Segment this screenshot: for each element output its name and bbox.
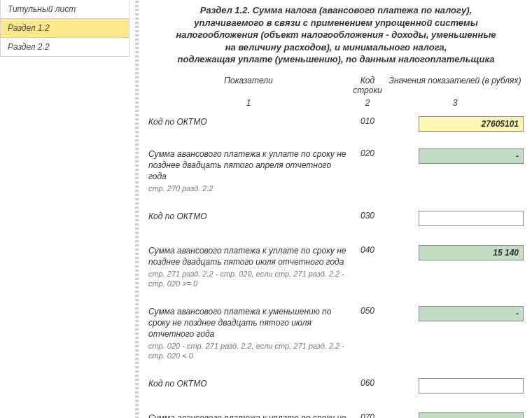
value-field-050[interactable]: - <box>419 306 524 321</box>
title-line: подлежащая уплате (уменьшению), по данны… <box>178 54 495 64</box>
value-field-oktmo-010[interactable]: 27605101 <box>419 116 524 132</box>
col-header-indicator: Показатели <box>147 73 350 98</box>
col-num: 3 <box>385 98 525 113</box>
indicator-text: Код по ОКТМО <box>148 378 349 389</box>
indicator-sub: стр. 270 разд. 2.2 <box>148 183 349 193</box>
row-code: 070 <box>350 410 385 418</box>
table-row: Сумма авансового платежа к уплате по сро… <box>147 410 525 418</box>
indicator-sub: стр. 271 разд. 2.2 - стр. 020, если стр.… <box>148 269 349 289</box>
title-line: Раздел 1.2. Сумма налога (авансового пла… <box>200 5 472 15</box>
table-row: Сумма авансового платежа к уплате по сро… <box>147 242 525 292</box>
indicator-text: Сумма авансового платежа к уплате по сро… <box>148 412 349 418</box>
col-header-value: Значения показателей (в рублях) <box>385 73 525 98</box>
row-code: 010 <box>350 113 385 134</box>
indicator-text: Код по ОКТМО <box>148 116 349 127</box>
sidebar-item-label: Раздел 1.2 <box>8 23 50 33</box>
indicator-text: Сумма авансового платежа к уплате по сро… <box>148 245 349 267</box>
table-header-numbers: 1 2 3 <box>147 98 525 113</box>
sidebar-item-title-page[interactable]: Титульный лист <box>0 0 130 19</box>
indicator-text: Сумма авансового платежа к уменьшению по… <box>148 306 349 340</box>
value-field-070[interactable]: - <box>419 412 524 418</box>
sidebar-item-section-1-2[interactable]: Раздел 1.2 <box>0 18 130 38</box>
row-code: 050 <box>350 303 385 364</box>
row-code: 030 <box>350 208 385 231</box>
sidebar-item-label: Раздел 2.2 <box>8 42 50 52</box>
row-code: 040 <box>350 242 385 292</box>
indicator-text: Сумма авансового платежа к уплате по сро… <box>148 148 349 183</box>
value-field-oktmo-030[interactable] <box>419 211 524 226</box>
value-field-oktmo-060[interactable] <box>419 378 524 393</box>
table-row: Код по ОКТМО 030 <box>147 208 525 231</box>
table-row: Код по ОКТМО 010 27605101 <box>147 113 525 134</box>
row-code: 020 <box>350 146 385 197</box>
main-content: Раздел 1.2. Сумма налога (авансового пла… <box>144 0 532 418</box>
table-row: Код по ОКТМО 060 <box>147 375 525 398</box>
value-field-020[interactable]: - <box>419 148 524 164</box>
indicator-sub: стр. 020 - стр. 271 разд. 2.2, если стр.… <box>148 341 349 361</box>
table-row: Сумма авансового платежа к уменьшению по… <box>147 303 525 364</box>
value-field-040[interactable]: 15 140 <box>419 245 524 260</box>
col-num: 1 <box>147 98 350 113</box>
table-row: Сумма авансового платежа к уплате по сро… <box>147 146 525 197</box>
indicator-text: Код по ОКТМО <box>148 211 349 222</box>
title-line: уплачиваемого в связи с применением упро… <box>194 18 478 28</box>
sidebar-item-label: Титульный лист <box>8 4 76 14</box>
table-header: Показатели Код строки Значения показател… <box>147 73 525 98</box>
col-num: 2 <box>350 98 385 113</box>
title-line: на величину расходов), и минимального на… <box>225 42 447 53</box>
vertical-divider <box>135 0 139 418</box>
row-code: 060 <box>350 375 385 398</box>
sidebar: Титульный лист Раздел 1.2 Раздел 2.2 <box>0 0 130 418</box>
sidebar-item-section-2-2[interactable]: Раздел 2.2 <box>0 37 130 57</box>
section-title: Раздел 1.2. Сумма налога (авансового пла… <box>147 4 525 66</box>
col-header-code: Код строки <box>350 73 385 98</box>
tax-table: Показатели Код строки Значения показател… <box>147 73 525 418</box>
title-line: налогообложения (объект налогообложения … <box>176 29 496 40</box>
